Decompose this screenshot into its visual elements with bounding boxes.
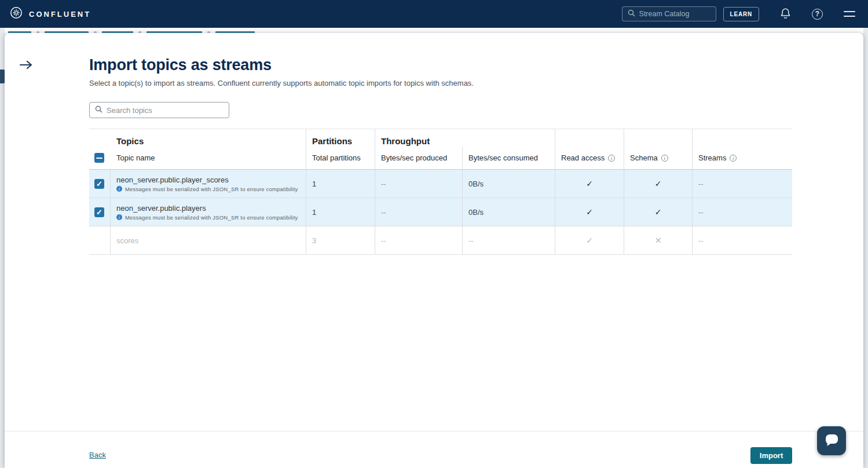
chat-support-button[interactable]: [817, 426, 846, 455]
bytes-produced-cell: --: [375, 226, 463, 254]
column-header-bytes-produced: Bytes/sec produced: [375, 147, 463, 169]
bytes-consumed-cell: 0B/s: [463, 170, 555, 198]
row-checkbox[interactable]: [94, 207, 104, 217]
help-button[interactable]: [812, 9, 823, 20]
info-icon[interactable]: [661, 155, 668, 162]
notifications-button[interactable]: [780, 8, 791, 21]
topic-note: Messages must be serialized with JSON_SR…: [116, 186, 298, 192]
row-checkbox-cell: [89, 170, 111, 198]
top-navigation-bar: CONFLUENT LEARN: [0, 0, 868, 28]
search-icon: [628, 9, 635, 19]
search-icon: [95, 105, 102, 115]
group-header-partitions: Partitions: [306, 129, 375, 147]
topic-cell: neon_server.public.players Messages must…: [111, 198, 306, 226]
schema-label: Schema: [630, 153, 658, 162]
column-header-total-partitions: Total partitions: [306, 147, 375, 169]
read-access-cell: ✓: [555, 198, 624, 226]
topic-search-input[interactable]: [107, 106, 224, 115]
stream-catalog-search-input[interactable]: [639, 10, 710, 18]
topics-table: Topics Partitions Throughput Read access…: [89, 129, 792, 255]
stream-catalog-search[interactable]: [622, 6, 716, 21]
row-checkbox[interactable]: [94, 179, 104, 189]
table-row: neon_server.public.player_scores Message…: [89, 170, 792, 198]
streams-cell: --: [693, 226, 792, 254]
confluent-brand[interactable]: CONFLUENT: [9, 6, 91, 22]
read-access-label: Read access: [561, 153, 605, 162]
import-button[interactable]: Import: [750, 447, 792, 464]
column-header-topic-name: Topic name: [111, 147, 306, 169]
panel-footer: Back Import: [5, 431, 863, 468]
topic-note-text: Messages must be serialized with JSON_SR…: [125, 214, 298, 221]
chat-bubble-icon: [824, 433, 840, 449]
learn-button[interactable]: LEARN: [723, 7, 759, 21]
collapsed-sidebar-edge: [0, 70, 5, 83]
streams-cell: --: [693, 170, 792, 198]
row-checkbox-cell: [89, 226, 111, 254]
select-all-cell: [89, 147, 111, 169]
schema-cell: ✓: [624, 198, 693, 226]
main-menu-button[interactable]: [844, 11, 855, 17]
bell-icon: [780, 8, 791, 21]
import-topics-panel: Import topics as streams Select a topic(…: [5, 33, 863, 468]
group-header-throughput: Throughput: [375, 129, 555, 147]
read-access-cell: ✓: [555, 170, 624, 198]
column-header-bytes-consumed: Bytes/sec consumed: [463, 147, 555, 169]
confluent-logo-icon: [9, 6, 23, 22]
table-row: scores 3 -- -- ✓ ✕ --: [89, 226, 792, 255]
topic-note-text: Messages must be serialized with JSON_SR…: [125, 186, 298, 192]
table-header: Topics Partitions Throughput Read access…: [89, 129, 792, 170]
row-checkbox-cell: [89, 198, 111, 226]
schema-cell: ✓: [624, 170, 693, 198]
topic-cell: scores: [111, 226, 306, 254]
streams-cell: --: [693, 198, 792, 226]
hamburger-menu-icon: [844, 11, 855, 17]
select-all-checkbox[interactable]: [94, 153, 104, 163]
bytes-consumed-cell: 0B/s: [463, 198, 555, 226]
help-icon: [812, 9, 823, 20]
column-header-read-access: Read access: [555, 129, 624, 169]
table-row: neon_server.public.players Messages must…: [89, 198, 792, 226]
arrow-right-icon: [19, 63, 33, 72]
panel-content: Import topics as streams Select a topic(…: [89, 33, 792, 255]
partitions-cell: 3: [306, 226, 375, 254]
page-title: Import topics as streams: [89, 56, 792, 74]
topic-cell: neon_server.public.player_scores Message…: [111, 170, 306, 198]
page-subtitle: Select a topic(s) to import as streams. …: [89, 79, 792, 87]
back-link[interactable]: Back: [89, 451, 106, 459]
info-icon[interactable]: [730, 155, 737, 162]
info-icon: [116, 214, 122, 220]
partitions-cell: 1: [306, 198, 375, 226]
topic-name: neon_server.public.player_scores: [116, 176, 229, 184]
bytes-produced-cell: --: [375, 198, 463, 226]
read-access-cell: ✓: [555, 226, 624, 254]
partitions-cell: 1: [306, 170, 375, 198]
info-icon[interactable]: [608, 155, 615, 162]
column-header-schema: Schema: [624, 129, 693, 169]
topic-search[interactable]: [89, 102, 229, 118]
topic-note: Messages must be serialized with JSON_SR…: [116, 214, 298, 221]
group-header-topics: Topics: [89, 129, 306, 147]
info-icon: [116, 186, 122, 192]
topic-name: neon_server.public.players: [116, 204, 206, 213]
topic-name: scores: [116, 236, 138, 245]
bytes-produced-cell: --: [375, 170, 463, 198]
column-header-streams: Streams: [693, 129, 792, 169]
schema-cell: ✕: [624, 226, 693, 254]
bytes-consumed-cell: --: [463, 226, 555, 254]
streams-label: Streams: [698, 153, 726, 162]
brand-name: CONFLUENT: [29, 10, 91, 19]
collapse-panel-button[interactable]: [19, 60, 33, 72]
